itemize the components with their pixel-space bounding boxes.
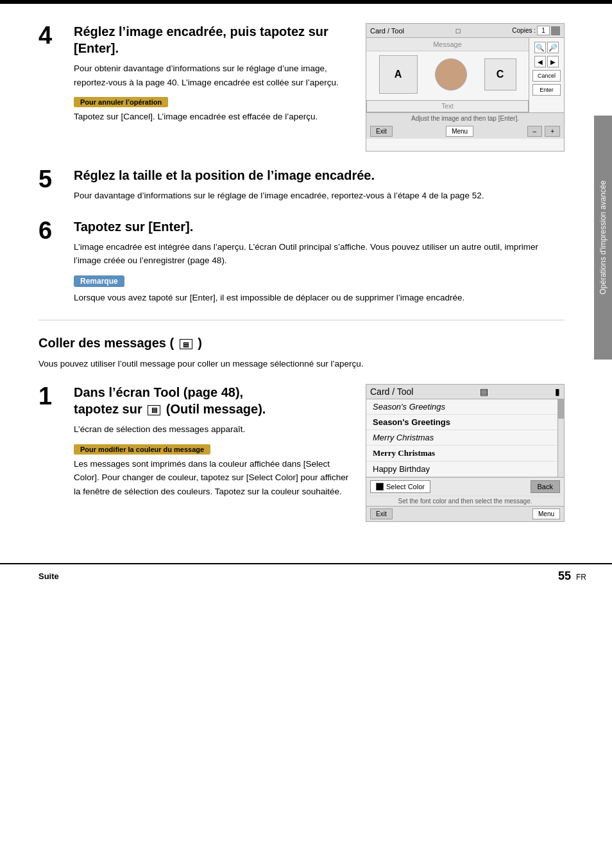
copies-fill bbox=[551, 26, 560, 35]
section-messages-intro: Vous pouvez utiliser l’outil message pou… bbox=[38, 357, 565, 371]
step-4-number: 4 bbox=[38, 23, 74, 152]
select-color-label: Select Color bbox=[386, 483, 425, 490]
preview-c: C bbox=[484, 58, 516, 91]
step-6-number: 6 bbox=[38, 218, 74, 305]
zoom-out-icon[interactable]: 🔎 bbox=[547, 42, 559, 53]
message-list: Season's Greetings Season's Greetings Me… bbox=[366, 399, 564, 477]
card-tool-label: Card / Tool bbox=[370, 27, 404, 35]
page-suffix: FR bbox=[576, 573, 586, 582]
scrollbar[interactable] bbox=[557, 399, 564, 477]
arrow-right-icon[interactable]: ▶ bbox=[547, 56, 559, 67]
arrow-icons: ◀ ▶ bbox=[534, 56, 559, 67]
step-1-title-part2: tapotez sur bbox=[74, 402, 142, 416]
camera-preview: A C bbox=[366, 51, 529, 98]
remarque-label: Remarque bbox=[74, 275, 124, 287]
text-label-bar: Text bbox=[366, 100, 529, 112]
step-5: 5 Réglez la taille et la position de l’i… bbox=[38, 167, 565, 203]
annuler-body: Tapotez sur [Cancel]. L’image encadrée e… bbox=[74, 110, 354, 124]
heading-text: Coller des messages ( bbox=[38, 336, 174, 350]
side-tab-label: Opérations d'impression avancée bbox=[599, 180, 608, 295]
zoom-icons: 🔍 🔎 bbox=[534, 42, 559, 53]
camera-body: Message A C Text 🔍 🔎 bbox=[366, 38, 564, 112]
zoom-in-icon[interactable]: 🔍 bbox=[534, 42, 546, 53]
message-icon-inline: ▤ bbox=[148, 405, 160, 415]
message-tool-icon: ▤ bbox=[180, 339, 192, 349]
scrollbar-thumb bbox=[558, 399, 564, 419]
preview-img bbox=[435, 58, 467, 91]
back-button[interactable]: Back bbox=[531, 480, 560, 493]
page-footer: Suite 55 FR bbox=[0, 563, 612, 588]
list-item[interactable]: Season's Greetings bbox=[366, 415, 564, 430]
list-item[interactable]: Season's Greetings bbox=[366, 399, 564, 415]
step-6-title: Tapotez sur [Enter]. bbox=[74, 218, 565, 235]
step-1-body: L’écran de sélection des messages appara… bbox=[74, 422, 354, 437]
copies-value: 1 bbox=[537, 26, 550, 35]
camera-footer-text: Adjust the image and then tap [Enter]. bbox=[366, 112, 564, 124]
list-item[interactable]: Merry Christmas bbox=[366, 430, 564, 446]
msg-footer: Select Color Back bbox=[366, 477, 564, 496]
minus-plus-group: – + bbox=[527, 126, 560, 137]
step-1-title-part1: Dans l’écran Tool (page 48), bbox=[74, 385, 243, 399]
step-6: 6 Tapotez sur [Enter]. L’image encadrée … bbox=[38, 218, 565, 305]
message-label-bar: Message bbox=[366, 38, 529, 51]
step-4: 4 Réglez l’image encadrée, puis tapotez … bbox=[38, 23, 565, 152]
step-1-number: 1 bbox=[38, 384, 74, 522]
section-divider bbox=[38, 320, 565, 320]
msg-status-text: Set the font color and then select the m… bbox=[366, 496, 564, 506]
menu-msg-button[interactable]: Menu bbox=[532, 508, 560, 519]
minus-button[interactable]: – bbox=[527, 126, 543, 137]
step-4-body: Pour obtenir davantage d’informations su… bbox=[74, 62, 354, 89]
plus-button[interactable]: + bbox=[545, 126, 560, 137]
step-5-body: Pour davantage d’informations sur le rég… bbox=[74, 189, 565, 203]
enter-button[interactable]: Enter bbox=[532, 84, 561, 96]
camera-top-bar: Card / Tool □ Copies : 1 bbox=[366, 24, 564, 38]
camera-msg-card-tool: Card / Tool bbox=[370, 386, 413, 397]
preview-a: A bbox=[379, 55, 418, 94]
modifier-body: Les messages sont imprimés dans la coule… bbox=[74, 457, 354, 499]
remarque-body: Lorsque vous avez tapoté sur [Enter], il… bbox=[74, 291, 565, 305]
annuler-label: Pour annuler l’opération bbox=[74, 97, 168, 107]
camera-ui-msg: Card / Tool ▤ ▮ Season's Greetings Seaso… bbox=[366, 384, 565, 522]
modifier-label: Pour modifier la couleur du message bbox=[74, 444, 210, 455]
cancel-button[interactable]: Cancel bbox=[532, 70, 561, 82]
step-5-title: Réglez la taille et la position de l’ima… bbox=[74, 167, 565, 184]
menu-button[interactable]: Menu bbox=[446, 126, 473, 137]
page-number: 55 bbox=[558, 569, 571, 583]
step-1-title: Dans l’écran Tool (page 48), tapotez sur… bbox=[74, 384, 354, 417]
msg-icon-bar: ▤ bbox=[480, 386, 488, 397]
list-item[interactable]: Merry Christmas bbox=[366, 446, 564, 462]
copies-box: Copies : 1 bbox=[512, 26, 560, 35]
page-number-area: 55 FR bbox=[558, 569, 586, 583]
camera-footer-buttons: Exit Menu – + bbox=[366, 124, 564, 139]
suite-label: Suite bbox=[38, 571, 59, 581]
exit-msg-button[interactable]: Exit bbox=[370, 508, 393, 519]
heading-end-text: ) bbox=[198, 336, 202, 350]
step-1-title-part3: (Outil message). bbox=[166, 402, 266, 416]
color-swatch bbox=[376, 483, 384, 490]
copies-label: Copies : bbox=[512, 27, 536, 34]
window-icon: □ bbox=[456, 27, 461, 35]
step-4-title: Réglez l’image encadrée, puis tapotez su… bbox=[74, 23, 354, 56]
side-tab: Opérations d'impression avancée bbox=[594, 116, 612, 360]
exit-button[interactable]: Exit bbox=[370, 126, 393, 137]
select-color-button[interactable]: Select Color bbox=[370, 480, 430, 493]
camera-main: Message A C Text bbox=[366, 38, 529, 112]
step-1-msg: 1 Dans l’écran Tool (page 48), tapotez s… bbox=[38, 384, 565, 522]
msg-footer-buttons: Exit Menu bbox=[366, 506, 564, 521]
step-6-body: L’image encadrée est intégrée dans l’ape… bbox=[74, 240, 565, 268]
arrow-left-icon[interactable]: ◀ bbox=[534, 56, 546, 67]
camera-ui-top: Card / Tool □ Copies : 1 Message A bbox=[366, 23, 565, 152]
camera-sidebar: 🔍 🔎 ◀ ▶ Cancel Enter bbox=[529, 38, 564, 112]
battery-icon: ▮ bbox=[555, 386, 560, 397]
section-heading-text: Coller des messages ( ▤ ) bbox=[38, 336, 202, 351]
msg-list-container: Season's Greetings Season's Greetings Me… bbox=[366, 399, 564, 477]
step-5-number: 5 bbox=[38, 167, 74, 203]
camera-msg-top-bar: Card / Tool ▤ ▮ bbox=[366, 385, 564, 399]
list-item[interactable]: Happy Birthday bbox=[366, 462, 564, 477]
section-messages-heading: Coller des messages ( ▤ ) bbox=[38, 336, 565, 351]
